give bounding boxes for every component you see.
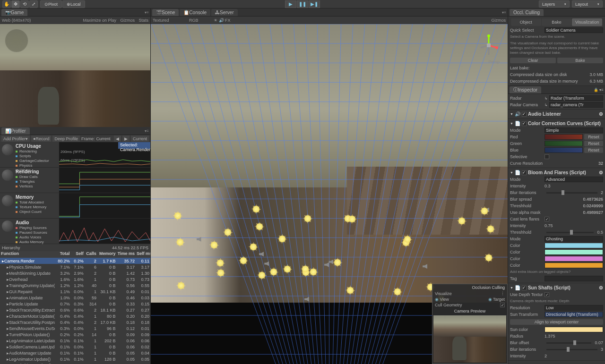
- sun-resolution-dropdown[interactable]: Low: [544, 305, 603, 311]
- scene-view[interactable]: Persp Occlusion Culling Visualize⋮ ◉ Vie…: [151, 24, 508, 364]
- tab-inspector[interactable]: ⓘ Inspector: [510, 86, 541, 93]
- reset-green-button[interactable]: Reset: [584, 141, 603, 146]
- tab-scene[interactable]: 🎬 Scene: [152, 9, 179, 16]
- use-depth-toggle[interactable]: ✓: [544, 292, 549, 297]
- maximize-toggle[interactable]: Maximize on Play: [83, 18, 116, 23]
- cull-geometry-toggle[interactable]: ✓: [500, 303, 505, 307]
- prev-frame-button[interactable]: ◀: [114, 135, 121, 142]
- light-gizmo-icon[interactable]: [394, 288, 401, 295]
- scene-light-toggle[interactable]: ☀: [214, 18, 217, 23]
- profiler-row[interactable]: ▸LegAnimator.LateUpdate()0.1%0.1%1202 B0…: [0, 338, 150, 344]
- pause-button[interactable]: ❚❚: [297, 0, 308, 8]
- profiler-category-cpu[interactable]: CPU UsageRenderingScriptsGarbageCollecto…: [0, 142, 150, 168]
- profiler-row[interactable]: ▸StackTraceUtility.ExtractStrin0.6%0.6%2…: [0, 307, 150, 313]
- reset-blue-button[interactable]: Reset: [584, 147, 603, 153]
- light-gizmo-icon[interactable]: [487, 226, 494, 232]
- light-gizmo-icon[interactable]: [174, 212, 181, 219]
- occlusion-tab-object[interactable]: Object: [511, 18, 541, 26]
- light-gizmo-icon[interactable]: [253, 206, 259, 212]
- deep-profile-toggle[interactable]: Deep Profile: [52, 135, 80, 142]
- rotate-tool[interactable]: ⟲: [20, 0, 29, 8]
- profiler-row[interactable]: ▸GUI.Repaint1.1%0.0%130.1 KB0.490.01: [0, 288, 150, 295]
- bloom-color-swatch[interactable]: [544, 262, 603, 268]
- profiler-row[interactable]: ▸SoundObject.Update()0.1%0.1%1720 B0.050…: [0, 362, 150, 364]
- tab-profiler[interactable]: 📊 Profiler: [1, 127, 30, 135]
- occlusion-tab-bake[interactable]: Bake: [542, 18, 572, 26]
- profiler-row[interactable]: ▸Particle.Update0.7%0.3%3140 B0.330.15: [0, 301, 150, 307]
- profiler-row[interactable]: ▸AudioManager.Update0.1%0.1%10 B0.050.04: [0, 350, 150, 356]
- render-mode-dropdown[interactable]: RGB: [189, 18, 199, 23]
- layout-dropdown[interactable]: Layout: [572, 0, 603, 8]
- profiler-category-memory[interactable]: MemoryTotal AllocatedTexture MemoryObjec…: [0, 193, 150, 219]
- profiler-row[interactable]: ▸Camera.Render80.2%0.2%21.7 KB35.720.11: [0, 258, 150, 264]
- stats-toggle[interactable]: Stats: [138, 18, 148, 23]
- profiler-row[interactable]: ▸SoldierCamera.LateUpdate()0.1%0.0%10 B0…: [0, 344, 150, 350]
- shading-mode-dropdown[interactable]: Textured: [153, 18, 169, 23]
- threshhold-slider[interactable]: [546, 232, 594, 233]
- bloom-color-swatch[interactable]: [544, 256, 603, 262]
- light-gizmo-icon[interactable]: [304, 215, 311, 222]
- scene-audio-toggle[interactable]: 🔊: [219, 18, 224, 23]
- profiler-row[interactable]: ▸Animation.Update1.0%0.0%590 B0.460.03: [0, 295, 150, 301]
- bloom-mode-dropdown[interactable]: Advanced: [544, 177, 603, 182]
- next-frame-button[interactable]: ▶: [122, 135, 130, 142]
- light-gizmo-icon[interactable]: [284, 266, 291, 272]
- light-gizmo-icon[interactable]: [404, 236, 411, 243]
- sun-blur-iter-slider[interactable]: [546, 349, 597, 350]
- sun-transform-field[interactable]: Directional light (Transform): [544, 312, 603, 317]
- light-gizmo-icon[interactable]: [256, 223, 263, 230]
- sun-color-swatch[interactable]: [544, 327, 603, 332]
- flare-mode-dropdown[interactable]: Ghosting: [544, 236, 603, 242]
- tab-hierarchy[interactable]: Hierarchy: [2, 245, 20, 250]
- profiler-row[interactable]: ▸MeshSkinning.Update3.2%2.9%20 B1.421.30: [0, 270, 150, 276]
- bloom-color-swatch[interactable]: [544, 249, 603, 255]
- hand-tool[interactable]: ✋: [2, 0, 11, 8]
- light-gizmo-icon[interactable]: [240, 257, 247, 264]
- light-gizmo-icon[interactable]: [310, 269, 317, 275]
- gizmos-toggle[interactable]: Gizmos: [120, 18, 135, 23]
- pivot-toggle[interactable]: ⊙ Pivot: [40, 0, 62, 8]
- gizmos-menu[interactable]: Gizmos: [491, 18, 506, 23]
- light-gizmo-icon[interactable]: [178, 282, 184, 289]
- layers-dropdown[interactable]: Layers: [539, 0, 570, 8]
- tab-game[interactable]: 📷 Game: [1, 9, 27, 16]
- profiler-category-audio[interactable]: AudioPlaying SourcesPaused SourcesAudio …: [0, 219, 150, 244]
- align-viewport-button[interactable]: Align to viewport center: [510, 319, 603, 325]
- light-gizmo-icon[interactable]: [211, 242, 217, 248]
- bloom-color-swatch[interactable]: [544, 243, 603, 248]
- light-gizmo-icon[interactable]: [217, 270, 224, 276]
- cast-lens-toggle[interactable]: ✓: [544, 217, 549, 221]
- quick-select-camera[interactable]: Soldier Camera: [544, 27, 603, 33]
- profiler-row[interactable]: ▸StackTraceUtility.Postprocess0.4%0.4%21…: [0, 319, 150, 325]
- light-gizmo-icon[interactable]: [217, 260, 224, 266]
- blur-offset-slider[interactable]: [546, 342, 591, 344]
- profiler-row[interactable]: ▸CharacterMotor.Update()0.4%0.4%180 B0.2…: [0, 313, 150, 319]
- light-gizmo-icon[interactable]: [334, 259, 341, 266]
- cc-mode-dropdown[interactable]: Simple: [544, 127, 603, 133]
- light-gizmo-icon[interactable]: [347, 287, 354, 294]
- reset-red-button[interactable]: Reset: [584, 134, 603, 140]
- local-toggle[interactable]: ⊕ Local: [62, 0, 85, 8]
- light-gizmo-icon[interactable]: [177, 239, 183, 245]
- occlusion-tab-viz[interactable]: Visualization: [572, 18, 602, 26]
- game-resolution[interactable]: Web (840x470): [2, 18, 31, 23]
- tab-occlusion[interactable]: Occl. Culling: [510, 9, 544, 16]
- profiler-row[interactable]: ▸Overhead1.6%1.6%10 B0.730.73: [0, 276, 150, 282]
- play-button[interactable]: ▶: [285, 0, 296, 8]
- bloom-tag-field[interactable]: [544, 276, 603, 281]
- tab-console[interactable]: 📋 Console: [180, 9, 210, 16]
- light-gizmo-icon[interactable]: [259, 272, 265, 279]
- profiler-row[interactable]: ▸SendMouseEvents.DoSendMo0.3%0.0%196 B0.…: [0, 325, 150, 331]
- record-button[interactable]: ● Record: [31, 135, 51, 142]
- add-profiler-dropdown[interactable]: Add Profiler ▾: [1, 135, 30, 142]
- step-button[interactable]: ▶❚: [309, 0, 320, 8]
- selective-toggle[interactable]: [544, 154, 549, 159]
- profiler-row[interactable]: ▸TrainingDummy.Update()1.2%1.2%400 B0.56…: [0, 282, 150, 288]
- light-gizmo-icon[interactable]: [485, 254, 492, 261]
- clear-button[interactable]: Clear: [510, 58, 556, 63]
- bake-button[interactable]: Bake: [557, 58, 603, 63]
- light-gizmo-icon[interactable]: [250, 244, 257, 250]
- scene-fx-toggle[interactable]: FX: [225, 18, 231, 23]
- light-gizmo-icon[interactable]: [270, 269, 277, 275]
- light-gizmo-icon[interactable]: [349, 216, 355, 222]
